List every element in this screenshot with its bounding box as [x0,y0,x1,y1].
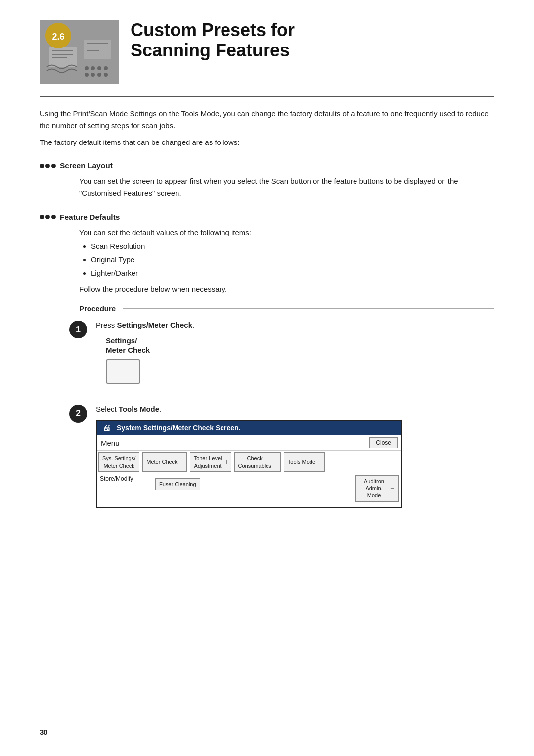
chapter-title: Custom Presets for Scanning Features [131,20,295,61]
toner-tab-arrow: ⊣ [223,459,227,465]
section2-heading: Feature Defaults [40,213,494,222]
screen-title-icon: 🖨 [103,424,111,432]
step2-content: Select Tools Mode. 🖨 System Settings/Met… [96,404,494,508]
procedure-header: Procedure [79,304,494,313]
bullet-item-2: Original Type [91,254,494,266]
screen-title-bar: 🖨 System Settings/Meter Check Screen. [97,421,401,435]
bullet-item-3: Lighter/Darker [91,267,494,280]
screen-mockup: 🖨 System Settings/Meter Check Screen. Me… [96,420,402,507]
bullet-item-1: Scan Resolution [91,240,494,253]
screen-btn-fuser-cleaning[interactable]: Fuser Cleaning [155,478,200,490]
step1-number: 1 [69,321,87,338]
procedure-label: Procedure [79,304,116,313]
section-divider [40,96,494,97]
consumables-tab-arrow: ⊣ [272,459,277,465]
section1-heading-text: Screen Layout [60,161,113,170]
section1-body-text: You can set the screen to appear first w… [79,175,494,200]
page-number: 30 [40,728,48,736]
svg-point-10 [91,66,95,70]
svg-text:2.6: 2.6 [52,32,64,42]
screen-btn-auditron[interactable]: Auditron Admin. Mode ⊣ [355,475,399,502]
section2-heading-text: Feature Defaults [60,213,120,222]
screen-btn-row: Sys. Settings/ Meter Check Meter Check ⊣… [97,451,401,473]
screen-btn-check-consumables[interactable]: Check Consumables ⊣ [234,452,281,472]
screen-btn-tools-mode[interactable]: Tools Mode ⊣ [284,452,325,472]
svg-point-11 [97,66,101,70]
dot4 [40,215,44,219]
svg-point-15 [97,73,101,77]
section1-body: You can set the screen to appear first w… [79,175,494,200]
svg-rect-5 [84,40,111,59]
procedure-line [123,308,494,309]
screen-lower-row: Store/Modify Fuser Cleaning Auditron Adm… [97,473,401,507]
auditron-tab-arrow: ⊣ [390,485,395,492]
screen-btn-toner-level[interactable]: Toner Level Adjustment ⊣ [190,452,231,472]
svg-point-14 [91,73,95,77]
screen-btn-meter-check[interactable]: Meter Check ⊣ [142,452,186,472]
screen-mid-col: Fuser Cleaning [151,473,352,507]
step2: 2 Select Tools Mode. 🖨 System Settings/M… [69,404,494,508]
screen-menu-label: Menu [101,439,120,447]
chapter-icon-svg: 2.6 [40,20,119,84]
step2-text: Select Tools Mode. [96,404,494,415]
dot2 [45,164,50,168]
intro-para1: Using the Print/Scan Mode Settings on th… [40,108,494,132]
section1-dots-icon [40,164,56,168]
section1-heading: Screen Layout [40,161,494,170]
step2-number: 2 [69,405,87,423]
tools-mode-tab-arrow: ⊣ [316,459,321,465]
chapter-header: 2.6 Custom Presets for Scanning Features [40,20,494,84]
intro-para2: The factory default items that can be ch… [40,137,494,148]
meter-check-tab-arrow: ⊣ [178,459,183,465]
section2-bullet-list: Scan Resolution Original Type Lighter/Da… [91,240,494,279]
step1: 1 Press Settings/Meter Check. Settings/ … [69,320,494,393]
step1-content: Press Settings/Meter Check. Settings/ Me… [96,320,494,393]
dot6 [51,215,56,219]
step1-text: Press Settings/Meter Check. [96,320,494,331]
screen-left-col: Store/Modify [97,473,151,507]
screen-btn-sys-settings[interactable]: Sys. Settings/ Meter Check [98,452,139,472]
chapter-icon-box: 2.6 [40,20,119,84]
chapter-title-text: Custom Presets for Scanning Features [131,20,295,61]
section2-body: You can set the default values of the fo… [79,227,494,296]
svg-point-13 [85,73,89,77]
svg-point-12 [104,66,108,70]
step1-button-label-box: Settings/ Meter Check [106,336,494,384]
screen-menu-row: Menu Close [97,435,401,451]
screen-right-col: Auditron Admin. Mode ⊣ [352,473,401,507]
dot5 [45,215,50,219]
screen-close-button[interactable]: Close [369,437,398,448]
dot3 [51,164,56,168]
section2-intro: You can set the default values of the fo… [79,227,494,239]
svg-rect-1 [49,47,77,67]
screen-title-text: System Settings/Meter Check Screen. [117,424,241,432]
section2-dots-icon [40,215,56,219]
step1-button-graphic [106,359,140,384]
svg-point-9 [85,66,89,70]
step1-button-label: Settings/ Meter Check [106,336,494,355]
screen-store-modify: Store/Modify [100,475,148,482]
page: 2.6 Custom Presets for Scanning Features… [0,0,534,756]
dot1 [40,164,44,168]
section2-follow: Follow the procedure below when necessar… [79,284,494,296]
svg-point-16 [104,73,108,77]
